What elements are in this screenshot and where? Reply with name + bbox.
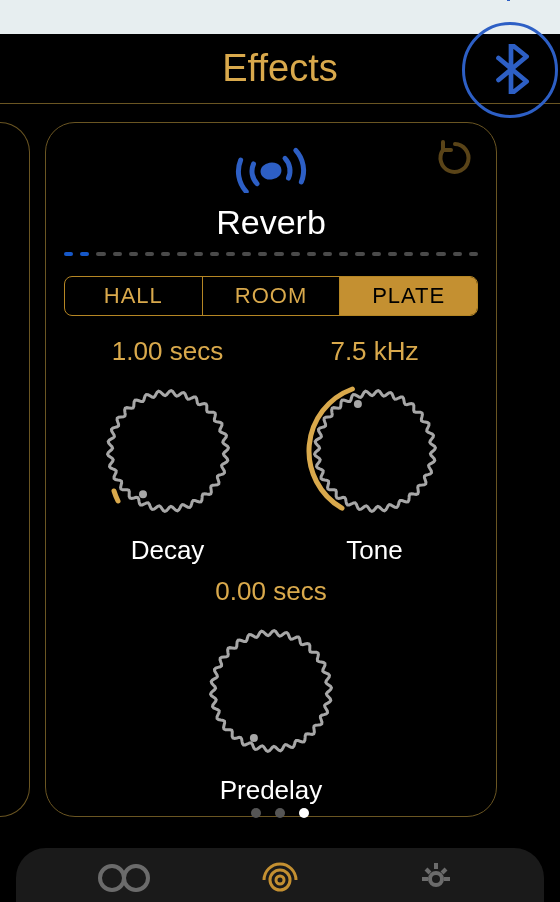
- progress-dash: [210, 252, 219, 256]
- progress-dash: [258, 252, 267, 256]
- progress-dash: [323, 252, 332, 256]
- progress-dash: [161, 252, 170, 256]
- progress-dash: [453, 252, 462, 256]
- reset-button[interactable]: [432, 135, 478, 181]
- predelay-knob-graphic: [201, 621, 341, 761]
- predelay-column: 0.00 secs Predelay: [181, 576, 361, 806]
- tone-column: 7.5 kHz Tone: [285, 336, 465, 566]
- knob-row-bottom: 0.00 secs Predelay: [64, 576, 478, 806]
- bluetooth-icon: [492, 44, 530, 94]
- page-dot[interactable]: [275, 808, 285, 818]
- progress-dash: [469, 252, 478, 256]
- progress-dash: [64, 252, 73, 256]
- effects-icon: [257, 852, 303, 898]
- page-dot[interactable]: [251, 808, 261, 818]
- progress-dash: [372, 252, 381, 256]
- svg-point-1: [139, 490, 147, 498]
- reverb-mode-segmented: HALL ROOM PLATE: [64, 276, 478, 316]
- previous-panel-peek[interactable]: [0, 122, 30, 817]
- svg-line-13: [442, 869, 446, 873]
- progress-dash: [274, 252, 283, 256]
- bluetooth-button[interactable]: [476, 34, 546, 104]
- reverb-icon: [211, 143, 331, 193]
- progress-dash: [242, 252, 251, 256]
- decay-value: 1.00 secs: [112, 336, 223, 367]
- tab-bar: [16, 848, 544, 902]
- decay-knob-graphic: [98, 381, 238, 521]
- header-bar: Effects: [0, 34, 560, 104]
- tab-loops[interactable]: [94, 851, 154, 899]
- progress-dash: [226, 252, 235, 256]
- app-window: Effects: [0, 34, 560, 902]
- svg-point-2: [353, 400, 361, 408]
- progress-dash: [291, 252, 300, 256]
- progress-dash: [339, 252, 348, 256]
- progress-dash: [96, 252, 105, 256]
- panel-header: [64, 137, 478, 199]
- svg-point-8: [430, 873, 442, 885]
- predelay-value: 0.00 secs: [215, 576, 326, 607]
- progress-dash: [307, 252, 316, 256]
- decay-knob[interactable]: [98, 381, 238, 521]
- progress-dash: [145, 252, 154, 256]
- svg-point-0: [262, 164, 280, 179]
- loops-icon: [97, 858, 151, 892]
- mode-plate[interactable]: PLATE: [339, 277, 477, 315]
- progress-dashes: [64, 252, 478, 258]
- page-backdrop: Effects: [0, 0, 560, 902]
- svg-point-4: [100, 866, 124, 890]
- progress-dash: [436, 252, 445, 256]
- progress-dash: [420, 252, 429, 256]
- callout-line: [507, 0, 510, 1]
- progress-dash: [404, 252, 413, 256]
- progress-dash: [355, 252, 364, 256]
- tone-knob[interactable]: [305, 381, 445, 521]
- panels-carousel[interactable]: Reverb HALL ROOM PLATE 1.00 secs Decay: [0, 104, 560, 824]
- predelay-knob[interactable]: [201, 621, 341, 761]
- predelay-label: Predelay: [220, 775, 323, 806]
- tab-effects[interactable]: [250, 851, 310, 899]
- knob-row-top: 1.00 secs Decay 7.5 kHz Tone: [64, 336, 478, 566]
- effect-panel-reverb: Reverb HALL ROOM PLATE 1.00 secs Decay: [45, 122, 497, 817]
- svg-point-3: [250, 734, 258, 742]
- effect-name: Reverb: [64, 203, 478, 242]
- decay-label: Decay: [131, 535, 205, 566]
- mode-hall[interactable]: HALL: [65, 277, 202, 315]
- tone-value: 7.5 kHz: [330, 336, 418, 367]
- page-dots[interactable]: [0, 808, 560, 818]
- gear-icon: [414, 853, 458, 897]
- progress-dash: [194, 252, 203, 256]
- progress-dash: [129, 252, 138, 256]
- mode-room[interactable]: ROOM: [202, 277, 340, 315]
- tab-settings[interactable]: [406, 851, 466, 899]
- svg-point-6: [276, 876, 284, 884]
- progress-dash: [177, 252, 186, 256]
- progress-dash: [80, 252, 89, 256]
- svg-point-5: [124, 866, 148, 890]
- page-dot[interactable]: [299, 808, 309, 818]
- tone-knob-graphic: [305, 381, 445, 521]
- page-title: Effects: [222, 47, 337, 90]
- progress-dash: [113, 252, 122, 256]
- tone-label: Tone: [346, 535, 402, 566]
- svg-point-7: [270, 870, 290, 890]
- decay-column: 1.00 secs Decay: [78, 336, 258, 566]
- progress-dash: [388, 252, 397, 256]
- svg-line-12: [426, 869, 430, 873]
- reset-icon: [435, 138, 475, 178]
